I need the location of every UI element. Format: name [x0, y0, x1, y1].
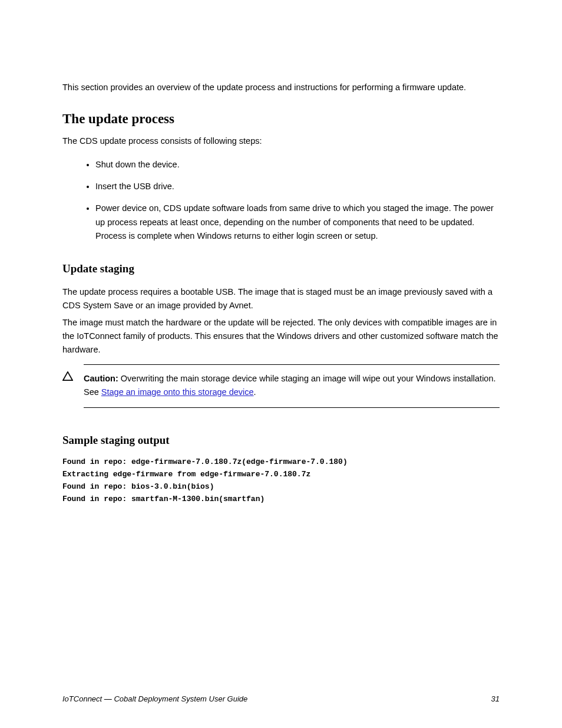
caution-link[interactable]: Stage an image onto this storage device	[101, 387, 254, 397]
code-line: Extracting edge-firmware from edge-firmw…	[62, 469, 500, 480]
staging-para-1: The update process requires a bootable U…	[62, 285, 500, 312]
caution-content: Caution: Overwriting the main storage de…	[84, 364, 500, 408]
caution-triangle-icon	[62, 371, 73, 381]
list-item: Shut down the device.	[95, 154, 500, 176]
staging-para-2: The image must match the hardware or the…	[62, 316, 500, 357]
footer-title: IoTConnect — Cobalt Deployment System Us…	[62, 694, 247, 704]
caution-icon-cell	[62, 364, 77, 384]
caution-text-post: .	[254, 387, 256, 397]
caution-block: Caution: Overwriting the main storage de…	[62, 364, 500, 408]
update-process-intro: The CDS update process consists of follo…	[62, 134, 500, 148]
footer-page-number: 31	[491, 694, 500, 704]
page-footer: IoTConnect — Cobalt Deployment System Us…	[62, 694, 500, 704]
code-line: Found in repo: edge-firmware-7.0.180.7z(…	[62, 457, 500, 467]
heading-sample-output: Sample staging output	[62, 433, 500, 449]
list-item: Power device on, CDS update software loa…	[95, 197, 500, 247]
section-intro-text: This section provides an overview of the…	[62, 81, 500, 94]
document-page: This section provides an overview of the…	[0, 0, 562, 505]
heading-update-staging: Update staging	[62, 261, 500, 277]
heading-update-process: The update process	[62, 110, 500, 129]
code-line: Found in repo: smartfan-M-1300.bin(smart…	[62, 494, 500, 505]
code-line: Found in repo: bios-3.0.bin(bios)	[62, 482, 500, 492]
update-steps-list: Shut down the device. Insert the USB dri…	[62, 154, 500, 247]
list-item: Insert the USB drive.	[95, 176, 500, 197]
caution-label: Caution:	[84, 374, 121, 383]
sample-staging-output-section: Sample staging output Found in repo: edg…	[62, 433, 500, 505]
